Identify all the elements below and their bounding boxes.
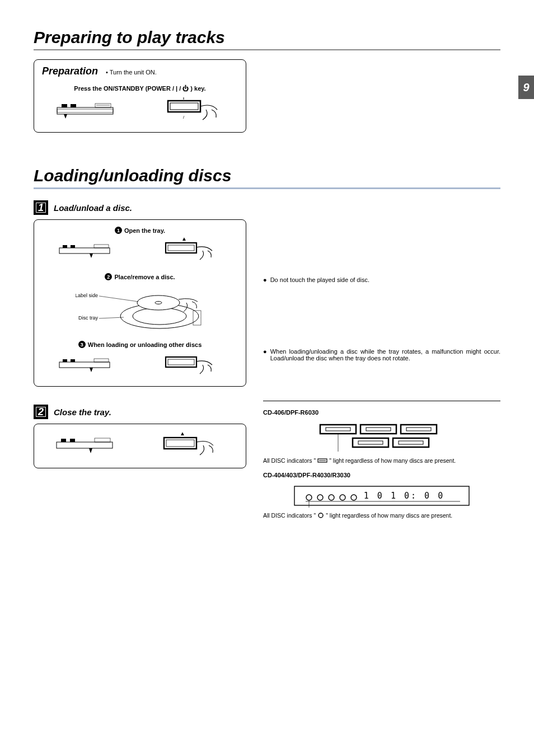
step-1-header: 1 Load/unload a disc.	[34, 200, 246, 215]
svg-rect-11	[63, 245, 67, 248]
player-other-diagram	[160, 351, 222, 379]
substep-1-text: Open the tray.	[124, 227, 165, 234]
svg-rect-15	[166, 243, 196, 253]
substep-2-text: Place/remove a disc.	[114, 274, 175, 280]
page-number-tab: 9	[518, 76, 534, 99]
preparation-instruction: • Turn the unit ON.	[106, 69, 157, 76]
step-2-title: Close the tray.	[54, 407, 111, 417]
disc-rect-indicator-icon	[317, 458, 327, 463]
section-title-loading: Loading/unloading discs	[34, 166, 500, 189]
svg-line-22	[99, 296, 138, 302]
step-1-box: 1 Open the tray. ▲	[34, 219, 246, 387]
substep-3-label: 3 When loading or unloading other discs	[41, 341, 239, 348]
model-2-caption: All DISC indicators " " light regardless…	[263, 512, 500, 519]
svg-text:▲: ▲	[181, 237, 187, 242]
svg-text:/: /	[183, 115, 185, 120]
circled-1-icon: 1	[115, 227, 122, 234]
circled-2-icon: 2	[105, 273, 112, 280]
divider	[263, 401, 500, 401]
svg-point-61	[318, 513, 323, 518]
svg-rect-30	[166, 357, 196, 367]
svg-text:▲: ▲	[180, 431, 185, 436]
svg-rect-1	[57, 109, 113, 112]
display-indicators-model1	[309, 421, 455, 454]
display-indicators-model2: 1 0 1 0: 0 0	[292, 484, 471, 509]
svg-point-19	[137, 295, 180, 310]
svg-rect-7	[170, 103, 198, 110]
caption-text: All DISC indicators "	[263, 512, 316, 519]
svg-rect-13	[94, 245, 109, 248]
svg-point-53	[306, 495, 312, 500]
step-1-title: Load/unload a disc.	[54, 203, 132, 213]
svg-rect-12	[71, 245, 75, 248]
step-number-1: 1	[34, 200, 48, 215]
step-2-box: ▲	[34, 424, 246, 468]
svg-rect-34	[70, 439, 75, 442]
svg-rect-10	[59, 248, 110, 253]
bullet-icon: ●	[263, 348, 267, 361]
svg-rect-4	[95, 104, 111, 107]
svg-rect-38	[166, 440, 194, 447]
step-number-2: 2	[34, 405, 48, 419]
model-1-heading: CD-406/DPF-R6030	[263, 409, 500, 416]
substep-1-label: 1 Open the tray.	[41, 227, 239, 234]
svg-rect-32	[57, 442, 113, 448]
caption-text: " light regardless of how many discs are…	[326, 512, 452, 519]
svg-point-18	[133, 308, 186, 325]
svg-rect-16	[168, 245, 194, 251]
preparation-diagrams: /	[42, 97, 238, 124]
preparation-label: Preparation	[42, 65, 98, 77]
svg-rect-28	[71, 359, 75, 362]
svg-line-24	[99, 317, 124, 318]
svg-text:1 0 1     0: 0 0: 1 0 1 0: 0 0	[364, 491, 444, 501]
substep-2-label: 2 Place/remove a disc.	[41, 273, 239, 280]
section-title-preparing: Preparing to play tracks	[34, 28, 500, 50]
svg-rect-6	[168, 101, 200, 112]
svg-point-55	[329, 495, 334, 500]
svg-point-54	[317, 495, 323, 500]
caption-text: " light regardless of how many discs are…	[329, 457, 456, 464]
svg-rect-2	[62, 104, 67, 107]
remote-open-diagram	[58, 242, 114, 260]
svg-rect-37	[164, 438, 196, 449]
caption-text: All DISC indicators "	[263, 457, 316, 464]
svg-rect-35	[95, 438, 110, 442]
circled-3-icon: 3	[78, 341, 86, 348]
svg-rect-0	[57, 107, 113, 114]
preparation-key-instruction: Press the ON/STANDBY (POWER / | / ⏻ ) ke…	[42, 85, 238, 92]
bullet-icon: ●	[263, 276, 267, 283]
svg-text:Disc tray: Disc tray	[78, 315, 99, 321]
svg-rect-27	[63, 359, 67, 362]
svg-text:Label side: Label side	[76, 293, 98, 298]
player-close-diagram: ▲	[157, 431, 224, 461]
svg-point-56	[340, 495, 345, 500]
preparation-box: Preparation • Turn the unit ON. Press th…	[34, 59, 246, 133]
remote-diagram	[56, 100, 118, 122]
player-open-diagram: ▲	[160, 237, 222, 265]
svg-point-57	[351, 495, 357, 500]
note-do-not-touch: ● Do not touch the played side of disc.	[263, 276, 500, 283]
model-1-caption: All DISC indicators " " light regardless…	[263, 457, 500, 464]
note-2-text: When loading/unloading a disc while the …	[270, 348, 500, 361]
remote-other-diagram	[58, 356, 114, 374]
remote-close-diagram	[55, 435, 117, 457]
svg-rect-29	[94, 359, 109, 362]
svg-rect-3	[71, 104, 76, 107]
substep-3-text: When loading or unloading other discs	[88, 341, 202, 348]
player-press-diagram: /	[157, 97, 224, 124]
disc-place-diagram: Label side Disc tray	[76, 283, 204, 333]
svg-rect-33	[61, 439, 66, 442]
disc-circle-indicator-icon	[317, 512, 324, 519]
note-tray-rotate: ● When loading/unloading a disc while th…	[263, 348, 500, 361]
step-2-header: 2 Close the tray.	[34, 405, 246, 419]
note-1-text: Do not touch the played side of disc.	[270, 276, 369, 283]
svg-rect-26	[59, 362, 110, 368]
model-2-heading: CD-404/403/DPF-R4030/R3030	[263, 472, 500, 478]
svg-rect-31	[168, 359, 194, 365]
